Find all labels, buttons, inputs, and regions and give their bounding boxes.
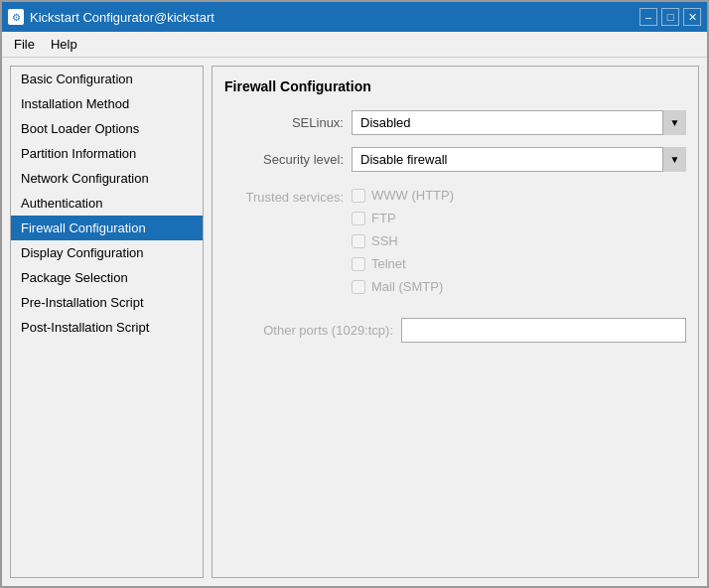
panel-title: Firewall Configuration <box>224 78 686 94</box>
other-ports-label: Other ports (1029:tcp): <box>224 323 393 338</box>
sidebar-item-installation-method[interactable]: Installation Method <box>11 91 203 116</box>
content-area: Basic Configuration Installation Method … <box>2 58 707 586</box>
sidebar-item-network-configuration[interactable]: Network Configuration <box>11 166 203 191</box>
selinux-select-wrapper: Disabled Enforcing Permissive ▼ <box>352 110 686 135</box>
checkbox-telnet-input[interactable] <box>352 257 365 271</box>
checkbox-ssh-input[interactable] <box>352 234 365 248</box>
main-panel: Firewall Configuration SELinux: Disabled… <box>212 66 699 578</box>
checkbox-mail-input[interactable] <box>352 280 365 294</box>
title-bar-left: ⚙ Kickstart Configurator@kickstart <box>8 9 214 25</box>
selinux-label: SELinux: <box>224 115 344 130</box>
selinux-row: SELinux: Disabled Enforcing Permissive ▼ <box>224 110 686 135</box>
other-ports-input[interactable] <box>401 318 686 343</box>
security-level-label: Security level: <box>224 152 344 167</box>
security-level-select[interactable]: Disable firewall Enabled No firewall <box>352 147 686 172</box>
main-window: ⚙ Kickstart Configurator@kickstart – □ ✕… <box>0 0 709 588</box>
sidebar-item-basic-configuration[interactable]: Basic Configuration <box>11 67 203 91</box>
checkbox-ftp-input[interactable] <box>352 212 365 225</box>
menu-file[interactable]: File <box>6 34 43 55</box>
sidebar-item-firewall-configuration[interactable]: Firewall Configuration <box>11 216 203 240</box>
sidebar-item-package-selection[interactable]: Package Selection <box>11 265 203 290</box>
minimize-button[interactable]: – <box>639 8 657 26</box>
title-bar: ⚙ Kickstart Configurator@kickstart – □ ✕ <box>2 2 707 32</box>
trusted-services-label: Trusted services: <box>224 188 344 294</box>
checkbox-ftp-label: FTP <box>371 211 396 225</box>
maximize-button[interactable]: □ <box>661 8 679 26</box>
sidebar-item-partition-information[interactable]: Partition Information <box>11 141 203 166</box>
checkbox-ssh: SSH <box>352 233 454 248</box>
other-ports-row: Other ports (1029:tcp): <box>224 318 686 343</box>
checkbox-ftp: FTP <box>352 211 454 225</box>
window-controls: – □ ✕ <box>639 8 701 26</box>
menu-bar: File Help <box>2 32 707 58</box>
checkbox-telnet: Telnet <box>352 256 454 271</box>
checkbox-mail-label: Mail (SMTP) <box>371 279 443 294</box>
close-button[interactable]: ✕ <box>683 8 701 26</box>
trusted-services-section: Trusted services: WWW (HTTP) FTP SSH <box>224 188 686 294</box>
sidebar-item-post-installation-script[interactable]: Post-Installation Script <box>11 315 203 340</box>
checkbox-mail: Mail (SMTP) <box>352 279 454 294</box>
checkbox-telnet-label: Telnet <box>371 256 406 271</box>
sidebar: Basic Configuration Installation Method … <box>10 66 204 578</box>
sidebar-item-boot-loader-options[interactable]: Boot Loader Options <box>11 116 203 141</box>
window-title: Kickstart Configurator@kickstart <box>30 10 214 25</box>
checkbox-ssh-label: SSH <box>371 233 398 248</box>
sidebar-item-pre-installation-script[interactable]: Pre-Installation Script <box>11 290 203 315</box>
trusted-services-checkboxes: WWW (HTTP) FTP SSH Telnet <box>352 188 454 294</box>
app-icon: ⚙ <box>8 9 24 25</box>
selinux-select[interactable]: Disabled Enforcing Permissive <box>352 110 686 135</box>
sidebar-item-authentication[interactable]: Authentication <box>11 191 203 216</box>
menu-help[interactable]: Help <box>43 34 85 55</box>
security-level-select-wrapper: Disable firewall Enabled No firewall ▼ <box>352 147 686 172</box>
checkbox-www-label: WWW (HTTP) <box>371 188 454 203</box>
checkbox-www: WWW (HTTP) <box>352 188 454 203</box>
checkbox-www-input[interactable] <box>352 189 365 203</box>
sidebar-item-display-configuration[interactable]: Display Configuration <box>11 240 203 265</box>
security-level-row: Security level: Disable firewall Enabled… <box>224 147 686 172</box>
